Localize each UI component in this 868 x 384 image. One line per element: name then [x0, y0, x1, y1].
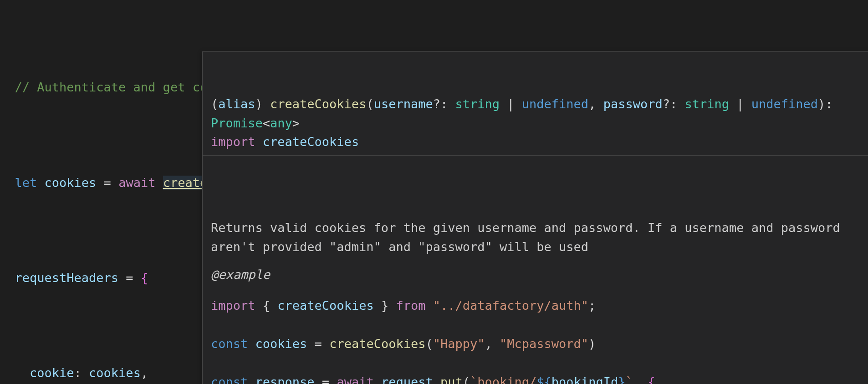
- string: "Happy": [433, 337, 485, 351]
- string: "Mcpassword": [500, 337, 588, 351]
- paren: (: [366, 97, 373, 111]
- template-string: `: [625, 375, 633, 384]
- keyword-import: import: [211, 135, 255, 149]
- semicolon: ;: [588, 298, 596, 313]
- optional-colon: ?:: [433, 97, 455, 111]
- comma: ,: [485, 337, 500, 351]
- identifier: cookies: [45, 176, 97, 190]
- hover-documentation: Returns valid cookies for the given user…: [203, 213, 868, 384]
- keyword-let: let: [15, 176, 37, 190]
- code-editor[interactable]: // Authenticate and get cookies let cook…: [0, 0, 868, 384]
- dot: .: [433, 375, 440, 384]
- keyword-const: const: [211, 375, 248, 384]
- type: string: [684, 97, 729, 111]
- function-call: createCookies: [329, 337, 425, 351]
- identifier: response: [255, 375, 315, 384]
- operator: =: [96, 176, 118, 190]
- keyword-await: await: [118, 176, 155, 190]
- paren: (: [211, 97, 218, 111]
- identifier: createCookies: [263, 135, 359, 149]
- paren: ):: [818, 97, 840, 111]
- identifier: createCookies: [277, 298, 373, 313]
- pipe: |: [729, 97, 751, 111]
- identifier: request: [381, 375, 433, 384]
- comma: ,: [588, 97, 603, 111]
- paren: ): [588, 337, 596, 351]
- keyword-const: const: [211, 337, 248, 351]
- string: "../datafactory/auth": [433, 298, 588, 313]
- space: [255, 298, 263, 313]
- angle: >: [292, 116, 300, 130]
- brace: {: [263, 298, 278, 313]
- operator: =: [118, 271, 141, 285]
- doc-description: Returns valid cookies for the given user…: [211, 218, 860, 257]
- identifier: cookies: [255, 337, 307, 351]
- colon: :: [74, 366, 89, 380]
- identifier: bookingId: [551, 375, 618, 384]
- identifier: requestHeaders: [15, 271, 119, 285]
- paren: (: [425, 337, 433, 351]
- function-name: createCookies: [270, 97, 366, 111]
- function-call: put: [440, 375, 463, 384]
- type: string: [455, 97, 500, 111]
- param-name: password: [603, 97, 663, 111]
- angle: <: [263, 116, 270, 130]
- space: [388, 298, 396, 313]
- space: [248, 375, 255, 384]
- space: [374, 375, 381, 384]
- template-string: `booking/: [470, 375, 536, 384]
- doc-example-code: import { createCookies } from "../datafa…: [211, 296, 860, 384]
- param-name: username: [374, 97, 433, 111]
- alias-label: alias: [218, 97, 255, 111]
- brace: }: [374, 298, 389, 313]
- type-promise: Promise: [211, 116, 263, 130]
- hover-tooltip[interactable]: (alias) createCookies(username?: string …: [202, 51, 868, 384]
- paren: (: [463, 375, 470, 384]
- pipe: |: [500, 97, 522, 111]
- hover-signature: (alias) createCookies(username?: string …: [203, 90, 868, 156]
- type-undefined: undefined: [522, 97, 588, 111]
- optional-colon: ?:: [663, 97, 685, 111]
- space: [255, 135, 263, 149]
- identifier: cookies: [89, 366, 141, 380]
- keyword-import: import: [211, 298, 255, 313]
- keyword-from: from: [396, 298, 425, 313]
- type-any: any: [270, 116, 292, 130]
- paren: ): [255, 97, 271, 111]
- comma: ,: [633, 375, 648, 384]
- space: [248, 337, 255, 351]
- template-interp-open: ${: [536, 375, 551, 384]
- operator: =: [315, 375, 337, 384]
- brace: {: [141, 271, 148, 285]
- type-undefined: undefined: [751, 97, 818, 111]
- comma: ,: [141, 366, 148, 380]
- operator: =: [307, 337, 329, 351]
- space: [425, 298, 433, 313]
- space: [155, 176, 163, 190]
- brace: {: [648, 375, 655, 384]
- doc-example-tag: @example: [211, 265, 860, 284]
- keyword-await: await: [337, 375, 373, 384]
- property-key: cookie: [30, 366, 74, 380]
- template-interp-close: }: [618, 375, 625, 384]
